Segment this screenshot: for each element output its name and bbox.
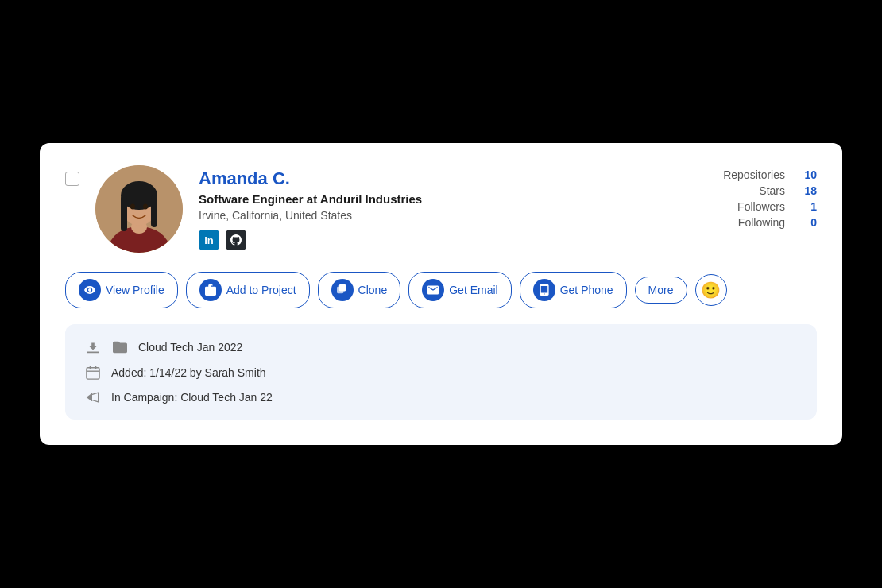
clone-icon (331, 279, 354, 301)
avatar (95, 165, 183, 253)
add-to-project-icon (199, 279, 222, 301)
project-name: Cloud Tech Jan 2022 (138, 341, 242, 354)
get-phone-label: Get Phone (560, 284, 613, 296)
following-value: 0 (798, 216, 817, 229)
select-checkbox-area (65, 172, 79, 186)
get-email-icon (422, 279, 444, 301)
repositories-value: 10 (798, 168, 817, 181)
stars-value: 18 (798, 184, 817, 197)
github-icon[interactable] (226, 230, 246, 250)
profile-card: Amanda C. Software Engineer at Anduril I… (40, 143, 842, 445)
followers-value: 1 (798, 200, 817, 213)
svg-point-9 (143, 204, 148, 210)
view-profile-label: View Profile (106, 284, 164, 296)
more-label: More (648, 284, 674, 296)
stars-label: Stars (706, 184, 785, 197)
following-stat: Following 0 (706, 216, 817, 229)
added-text: Added: 1/14/22 by Sarah Smith (111, 366, 266, 379)
added-row: Added: 1/14/22 by Sarah Smith (84, 366, 798, 380)
project-row: Cloud Tech Jan 2022 (84, 340, 798, 354)
social-links: in (199, 230, 422, 250)
download-icon (84, 340, 102, 354)
top-section: Amanda C. Software Engineer at Anduril I… (65, 165, 817, 253)
profile-location: Irvine, California, United States (199, 209, 422, 222)
svg-rect-12 (87, 368, 99, 379)
following-label: Following (706, 216, 785, 229)
svg-rect-7 (151, 195, 157, 227)
get-phone-icon (533, 279, 555, 301)
get-email-label: Get Email (449, 284, 497, 296)
select-checkbox[interactable] (65, 172, 79, 186)
followers-stat: Followers 1 (706, 200, 817, 213)
linkedin-icon[interactable]: in (199, 230, 219, 250)
campaign-text: In Campaign: Cloud Tech Jan 22 (111, 391, 273, 404)
add-to-project-label: Add to Project (226, 284, 296, 296)
calendar-icon (84, 366, 102, 380)
repositories-label: Repositories (706, 168, 785, 181)
info-card: Cloud Tech Jan 2022 Added: 1/14/22 by Sa… (65, 324, 817, 420)
clone-label: Clone (358, 284, 388, 296)
profile-title: Software Engineer at Anduril Industries (199, 192, 422, 206)
view-profile-icon (79, 279, 101, 301)
svg-rect-11 (338, 284, 345, 291)
add-to-project-button[interactable]: Add to Project (186, 272, 310, 308)
view-profile-button[interactable]: View Profile (65, 272, 178, 308)
clone-button[interactable]: Clone (318, 272, 401, 308)
stars-stat: Stars 18 (706, 184, 817, 197)
get-email-button[interactable]: Get Email (408, 272, 511, 308)
followers-label: Followers (706, 200, 785, 213)
left-profile: Amanda C. Software Engineer at Anduril I… (65, 165, 422, 253)
get-phone-button[interactable]: Get Phone (520, 272, 627, 308)
actions-row: View Profile Add to Project Clone (65, 272, 817, 308)
folder-icon (111, 340, 129, 354)
campaign-row: In Campaign: Cloud Tech Jan 22 (84, 391, 798, 404)
profile-name: Amanda C. (199, 168, 422, 189)
profile-info: Amanda C. Software Engineer at Anduril I… (199, 165, 422, 250)
campaign-icon (84, 392, 102, 403)
svg-rect-6 (121, 195, 127, 231)
stats-section: Repositories 10 Stars 18 Followers 1 Fol… (706, 165, 817, 229)
svg-point-8 (130, 204, 135, 210)
emoji-icon: 🙂 (701, 280, 721, 300)
emoji-button[interactable]: 🙂 (695, 274, 727, 306)
more-button[interactable]: More (635, 277, 687, 304)
repositories-stat: Repositories 10 (706, 168, 817, 181)
